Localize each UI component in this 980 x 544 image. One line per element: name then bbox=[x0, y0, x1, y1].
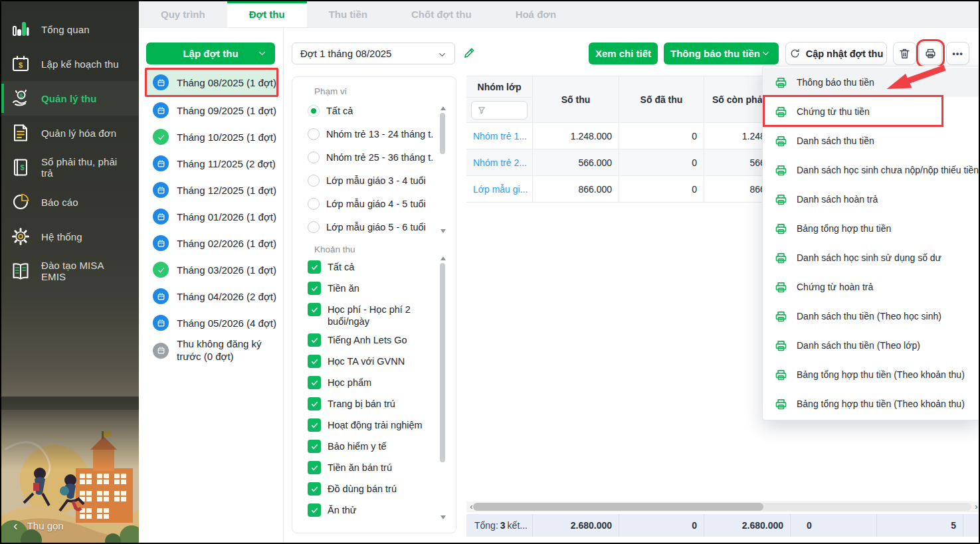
menu-item-bang-tong-hop-theo-khoan-thu-2[interactable]: Bảng tổng hợp thu tiền (Theo khoản thu) bbox=[763, 389, 979, 418]
month-item[interactable]: Tháng 11/2025 (2 đợt) bbox=[139, 150, 283, 177]
sidebar-item-quan-ly-thu[interactable]: $ Quản lý thu bbox=[1, 81, 139, 116]
group-filter-input[interactable] bbox=[471, 101, 528, 120]
table-horizontal-scrollbar[interactable]: ‹ › bbox=[466, 501, 980, 512]
sidebar-item-label: Lập kế hoạch thu bbox=[41, 58, 119, 70]
month-item[interactable]: Tháng 05/2026 (4 đợt) bbox=[139, 310, 283, 336]
fee-option[interactable]: Học TA với GVNN bbox=[308, 352, 441, 373]
fee-option[interactable]: Tiền ăn bbox=[308, 279, 441, 300]
menu-item-bang-tong-hop-theo-khoan-thu-1[interactable]: Bảng tổng hợp thu tiền (Theo khoản thu) bbox=[763, 360, 979, 389]
scope-option[interactable]: Lớp mẫu giáo 4 - 5 tuổi bbox=[308, 192, 437, 215]
fees-scrollbar[interactable] bbox=[439, 255, 446, 521]
sidebar-collapse-button[interactable]: ‹ Thu gọn bbox=[1, 513, 139, 537]
menu-item-chung-tu-thu-tien[interactable]: Chứng từ thu tiền bbox=[763, 97, 979, 126]
group-link[interactable]: Lớp mẫu gi... bbox=[466, 184, 533, 195]
more-actions-button[interactable]: ••• bbox=[946, 42, 969, 65]
scope-scrollbar[interactable] bbox=[439, 105, 446, 234]
tab-thu-tien[interactable]: Thu tiền bbox=[307, 1, 389, 27]
month-item[interactable]: Tháng 12/2025 (1 đợt) bbox=[139, 177, 283, 203]
fee-option[interactable]: Hoạt động trải nghiệm bbox=[308, 416, 441, 437]
scope-option[interactable]: Lớp mẫu giáo 3 - 4 tuổi bbox=[308, 169, 437, 192]
scroll-track[interactable] bbox=[476, 503, 971, 511]
month-list: Tháng 08/2025 (1 đợt) Tháng 09/2025 (1 đ… bbox=[139, 68, 283, 365]
month-item[interactable]: Tháng 10/2025 (1 đợt) bbox=[139, 124, 283, 150]
fee-option[interactable]: Bảo hiểm y tế bbox=[308, 437, 441, 458]
month-item[interactable]: Tháng 04/2026 (2 đợt) bbox=[139, 283, 283, 310]
calendar-icon bbox=[153, 235, 169, 251]
sidebar-item-he-thong[interactable]: Hệ thống bbox=[1, 219, 139, 254]
scroll-down-icon bbox=[441, 229, 446, 233]
notify-collect-button[interactable]: Thông báo thu tiền bbox=[664, 43, 779, 64]
scope-option[interactable]: Nhóm trẻ 25 - 36 tháng t... bbox=[308, 145, 437, 169]
fee-option[interactable]: Tiền ăn bán trú bbox=[308, 458, 441, 480]
menu-item-danh-sach-thu-tien[interactable]: Danh sách thu tiền bbox=[763, 126, 979, 155]
tab-label: Thu tiền bbox=[329, 9, 367, 20]
checkbox-checked-icon bbox=[308, 397, 321, 410]
fee-option[interactable]: Tiếng Anh Lets Go bbox=[308, 331, 441, 352]
month-item[interactable]: Tháng 08/2025 (1 đợt) bbox=[145, 68, 278, 97]
trash-icon bbox=[898, 47, 911, 60]
fee-option[interactable]: Trang bị bán trú bbox=[308, 395, 441, 416]
menu-item-bang-tong-hop-thu-tien[interactable]: Bảng tổng hợp thu tiền bbox=[763, 214, 979, 243]
month-item[interactable]: Tháng 03/2026 (1 đợt) bbox=[139, 256, 283, 283]
delete-period-button[interactable] bbox=[893, 42, 916, 65]
group-link[interactable]: Nhóm trẻ 1... bbox=[466, 131, 533, 141]
period-select[interactable]: Đợt 1 tháng 08/2025 bbox=[292, 43, 455, 64]
menu-item-danh-sach-hoc-sinh-chua-nop[interactable]: Danh sách học sinh chưa nộp/nộp thiếu ti… bbox=[763, 155, 979, 185]
scroll-right-icon[interactable]: › bbox=[971, 501, 980, 512]
fee-option-label: Học phí - Học phí 2 buổi/ngày bbox=[328, 304, 437, 327]
scope-option[interactable]: Nhóm trẻ 13 - 24 tháng t... bbox=[308, 122, 437, 145]
view-detail-button[interactable]: Xem chi tiết bbox=[589, 43, 658, 64]
sidebar-item-label: Sổ phải thu, phải trả bbox=[41, 156, 130, 179]
tab-quy-trinh[interactable]: Quy trình bbox=[139, 1, 227, 27]
sidebar-item-dao-tao-misa-emis[interactable]: Đào tạo MISA EMIS bbox=[1, 254, 139, 288]
month-item[interactable]: Tháng 02/2026 (1 đợt) bbox=[139, 230, 283, 256]
sidebar-item-bao-cao[interactable]: Báo cáo bbox=[1, 185, 139, 219]
sidebar-item-quan-ly-hoa-don[interactable]: Quản lý hóa đơn bbox=[1, 116, 139, 150]
month-item[interactable]: Tháng 09/2025 (1 đợt) bbox=[139, 97, 283, 124]
tab-dot-thu[interactable]: Đợt thu bbox=[227, 1, 307, 27]
menu-item-label: Danh sách thu tiền (Theo học sinh) bbox=[797, 311, 941, 321]
summary-extra-zero: 0 bbox=[791, 514, 877, 537]
tab-chot-dot-thu[interactable]: Chốt đợt thu bbox=[389, 1, 494, 27]
menu-item-thong-bao-thu-tien[interactable]: Thông báo thu tiền bbox=[763, 68, 979, 97]
scope-option[interactable]: Tất cả bbox=[308, 99, 437, 122]
group-link[interactable]: Nhóm trẻ 2... bbox=[466, 157, 533, 168]
menu-item-danh-sach-hoan-tra[interactable]: Danh sách hoàn trả bbox=[763, 185, 979, 214]
menu-item-chung-tu-hoan-tra[interactable]: Chứng từ hoàn trả bbox=[763, 272, 979, 302]
fee-option[interactable]: Đồ dùng bán trú bbox=[308, 480, 441, 501]
fee-option[interactable]: Học phí - Học phí 2 buổi/ngày bbox=[308, 300, 441, 331]
calendar-money-icon: $ bbox=[11, 54, 31, 74]
sidebar-fade-overlay bbox=[1, 397, 139, 470]
scroll-thumb bbox=[440, 263, 445, 462]
edit-period-button[interactable] bbox=[460, 45, 478, 62]
fee-option[interactable]: Tất cả bbox=[308, 258, 441, 279]
month-label: Tháng 08/2025 (1 đợt) bbox=[177, 77, 276, 88]
month-item[interactable]: Thu không đăng ký trước (0 đợt) bbox=[139, 336, 283, 365]
menu-item-danh-sach-hoc-sinh-su-dung-so-du[interactable]: Danh sách học sinh sử dụng số dư bbox=[763, 243, 979, 272]
so-da-thu-cell: 0 bbox=[619, 123, 704, 149]
create-period-button[interactable]: Lập đợt thu bbox=[146, 43, 275, 64]
print-button[interactable] bbox=[919, 42, 942, 65]
checkbox-checked-icon bbox=[308, 282, 321, 295]
month-label: Tháng 10/2025 (1 đợt) bbox=[177, 132, 276, 143]
sidebar-item-lap-ke-hoach-thu[interactable]: $ Lập kế hoạch thu bbox=[1, 46, 139, 81]
column-so-thu[interactable]: Số thu bbox=[533, 76, 619, 123]
sidebar-item-so-phai-thu-phai-tra[interactable]: $ Sổ phải thu, phải trả bbox=[1, 150, 139, 185]
print-dropdown-menu: Thông báo thu tiền Chứng từ thu tiền Dan… bbox=[762, 66, 980, 420]
sidebar-item-tong-quan[interactable]: Tổng quan bbox=[1, 12, 139, 46]
update-period-button[interactable]: Cập nhật đợt thu bbox=[785, 42, 887, 65]
fee-option[interactable]: Học phẩm bbox=[308, 373, 441, 395]
fee-option[interactable]: Ăn thử bbox=[308, 501, 441, 522]
month-label: Tháng 03/2026 (1 đợt) bbox=[177, 264, 276, 276]
check-circle-icon bbox=[153, 262, 169, 278]
menu-item-danh-sach-thu-tien-theo-lop[interactable]: Danh sách thu tiền (Theo lớp) bbox=[763, 331, 979, 360]
calendar-icon bbox=[153, 343, 169, 359]
fee-option-label: Tiếng Anh Lets Go bbox=[328, 334, 407, 346]
scroll-thumb[interactable] bbox=[473, 503, 763, 511]
tab-hoa-don[interactable]: Hoá đơn bbox=[494, 1, 579, 27]
month-item[interactable]: Tháng 01/2026 (1 đợt) bbox=[139, 203, 283, 230]
scope-option[interactable]: Lớp mẫu giáo 5 - 6 tuổi bbox=[308, 215, 437, 238]
menu-item-danh-sach-thu-tien-theo-hoc-sinh[interactable]: Danh sách thu tiền (Theo học sinh) bbox=[763, 302, 979, 331]
fee-option-label: Học TA với GVNN bbox=[328, 355, 405, 367]
column-so-da-thu[interactable]: Số đã thu bbox=[619, 76, 704, 123]
